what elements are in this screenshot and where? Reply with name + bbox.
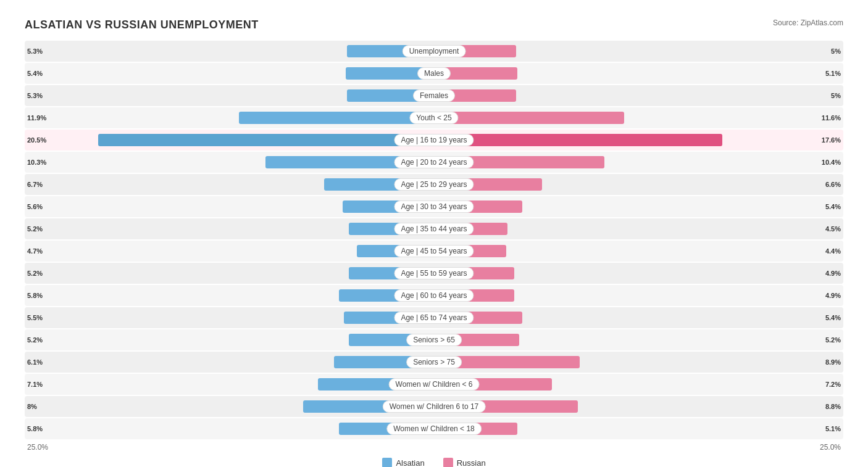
right-section: 4.4%	[434, 241, 843, 262]
russian-value: 8.9%	[825, 358, 841, 366]
alsatian-value: 6.1%	[27, 358, 43, 366]
row-label: Age | 45 to 54 years	[394, 245, 474, 257]
row-inner: 11.9% 11.6% Youth < 25	[25, 107, 843, 128]
russian-value: 11.6%	[822, 114, 841, 122]
russian-value: 10.4%	[822, 159, 841, 166]
right-section: 5%	[434, 85, 843, 106]
right-section: 8.9%	[434, 352, 843, 373]
left-section: 5.3%	[25, 85, 434, 106]
row-label: Women w/ Children < 18	[386, 423, 482, 435]
row-inner: 6.1% 8.9% Seniors > 75	[25, 352, 843, 373]
left-section: 4.7%	[25, 241, 434, 262]
left-section: 5.5%	[25, 307, 434, 328]
row-label: Seniors > 75	[406, 356, 462, 368]
alsatian-value: 5.8%	[27, 425, 43, 432]
pink-bar	[434, 112, 624, 124]
left-section: 6.7%	[25, 174, 434, 195]
russian-value: 5.1%	[825, 70, 841, 77]
row-inner: 5.6% 5.4% Age | 30 to 34 years	[25, 196, 843, 217]
bar-row: 6.7% 6.6% Age | 25 to 29 years	[25, 174, 843, 195]
alsatian-value: 5.2%	[27, 336, 43, 344]
alsatian-value: 5.8%	[27, 292, 43, 299]
left-section: 5.8%	[25, 285, 434, 306]
left-section: 6.1%	[25, 352, 434, 373]
left-section: 5.3%	[25, 41, 434, 62]
alsatian-value: 6.7%	[27, 181, 43, 188]
pink-bar	[434, 134, 722, 146]
row-inner: 5.2% 4.5% Age | 35 to 44 years	[25, 218, 843, 239]
row-inner: 5.8% 4.9% Age | 60 to 64 years	[25, 285, 843, 306]
row-inner: 6.7% 6.6% Age | 25 to 29 years	[25, 174, 843, 195]
row-label: Age | 55 to 59 years	[394, 267, 474, 279]
bar-row: 20.5% 17.6% Age | 16 to 19 years	[25, 130, 843, 151]
russian-value: 8.8%	[825, 403, 841, 410]
left-section: 11.9%	[25, 107, 434, 128]
blue-bar	[239, 112, 434, 124]
right-section: 5.2%	[434, 329, 843, 350]
russian-value: 7.2%	[825, 381, 841, 388]
row-label: Age | 30 to 34 years	[394, 200, 474, 213]
alsatian-value: 20.5%	[27, 136, 46, 144]
row-label: Age | 20 to 24 years	[394, 156, 474, 168]
bar-row: 5.5% 5.4% Age | 65 to 74 years	[25, 307, 843, 328]
alsatian-value: 4.7%	[27, 247, 43, 255]
right-section: 5.1%	[434, 63, 843, 84]
russian-value: 4.9%	[825, 292, 841, 299]
row-inner: 5.3% 5% Females	[25, 85, 843, 106]
row-inner: 7.1% 7.2% Women w/ Children < 6	[25, 374, 843, 395]
bar-row: 8% 8.8% Women w/ Children 6 to 17	[25, 396, 843, 417]
alsatian-value: 5.2%	[27, 270, 43, 277]
row-inner: 8% 8.8% Women w/ Children 6 to 17	[25, 396, 843, 417]
left-section: 20.5%	[25, 130, 434, 151]
row-inner: 5.2% 4.9% Age | 55 to 59 years	[25, 263, 843, 284]
chart-source: Source: ZipAtlas.com	[773, 19, 843, 27]
row-label: Age | 60 to 64 years	[394, 289, 474, 302]
russian-value: 4.4%	[825, 247, 841, 255]
alsatian-value: 7.1%	[27, 381, 43, 388]
axis-right-label: 25.0%	[820, 443, 841, 452]
alsatian-value: 8%	[27, 403, 37, 410]
left-section: 5.2%	[25, 218, 434, 239]
right-section: 17.6%	[434, 130, 843, 151]
bar-row: 5.6% 5.4% Age | 30 to 34 years	[25, 196, 843, 217]
alsatian-value: 5.5%	[27, 314, 43, 321]
blue-bar	[98, 134, 434, 146]
left-section: 5.2%	[25, 329, 434, 350]
right-section: 7.2%	[434, 374, 843, 395]
right-section: 8.8%	[434, 396, 843, 417]
bar-row: 5.4% 5.1% Males	[25, 63, 843, 84]
row-label: Women w/ Children < 6	[389, 378, 480, 391]
bar-row: 5.8% 5.1% Women w/ Children < 18	[25, 418, 843, 439]
russian-swatch	[443, 458, 453, 467]
bar-row: 10.3% 10.4% Age | 20 to 24 years	[25, 152, 843, 173]
row-inner: 5.8% 5.1% Women w/ Children < 18	[25, 418, 843, 439]
bar-row: 5.3% 5% Unemployment	[25, 41, 843, 62]
russian-value: 5%	[831, 48, 841, 55]
row-inner: 5.3% 5% Unemployment	[25, 41, 843, 62]
right-section: 4.9%	[434, 285, 843, 306]
row-inner: 20.5% 17.6% Age | 16 to 19 years	[25, 130, 843, 151]
chart-body: 5.3% 5% Unemployment 5.4% 5.1% Males 5	[25, 41, 843, 439]
bar-row: 7.1% 7.2% Women w/ Children < 6	[25, 374, 843, 395]
alsatian-value: 5.6%	[27, 203, 43, 210]
bar-row: 5.2% 5.2% Seniors > 65	[25, 329, 843, 350]
row-label: Males	[417, 67, 451, 80]
right-section: 5.1%	[434, 418, 843, 439]
alsatian-value: 5.3%	[27, 92, 43, 99]
chart-header: ALSATIAN VS RUSSIAN UNEMPLOYMENT Source:…	[25, 19, 843, 31]
axis-left-label: 25.0%	[27, 443, 48, 452]
bar-row: 5.2% 4.9% Age | 55 to 59 years	[25, 263, 843, 284]
alsatian-value: 5.3%	[27, 48, 43, 55]
russian-value: 5%	[831, 92, 841, 99]
row-label: Seniors > 65	[406, 334, 462, 346]
left-section: 10.3%	[25, 152, 434, 173]
legend-russian: Russian	[443, 458, 486, 467]
left-section: 5.8%	[25, 418, 434, 439]
russian-value: 5.4%	[825, 314, 841, 321]
alsatian-value: 5.2%	[27, 225, 43, 233]
chart-title: ALSATIAN VS RUSSIAN UNEMPLOYMENT	[25, 19, 259, 31]
russian-value: 5.4%	[825, 203, 841, 210]
right-section: 10.4%	[434, 152, 843, 173]
row-label: Women w/ Children 6 to 17	[383, 400, 486, 413]
russian-label: Russian	[457, 458, 486, 468]
